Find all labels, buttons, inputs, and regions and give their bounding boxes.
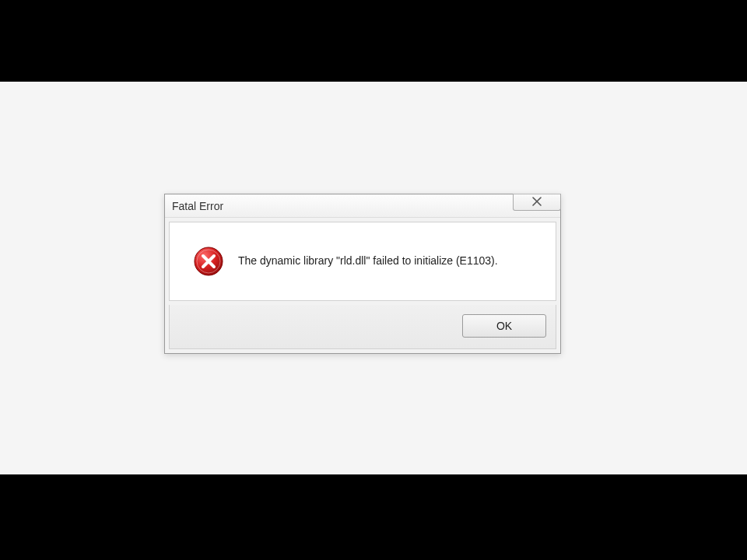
error-dialog: Fatal Error	[164, 194, 561, 354]
dialog-title: Fatal Error	[172, 200, 223, 212]
dialog-content: The dynamic library "rld.dll" failed to …	[169, 222, 556, 301]
close-button[interactable]	[513, 194, 561, 211]
dialog-button-row: OK	[169, 305, 556, 349]
error-icon	[193, 246, 224, 277]
close-icon	[531, 195, 542, 209]
ok-button[interactable]: OK	[462, 314, 546, 338]
dialog-titlebar: Fatal Error	[165, 194, 560, 218]
error-message: The dynamic library "rld.dll" failed to …	[238, 254, 498, 269]
